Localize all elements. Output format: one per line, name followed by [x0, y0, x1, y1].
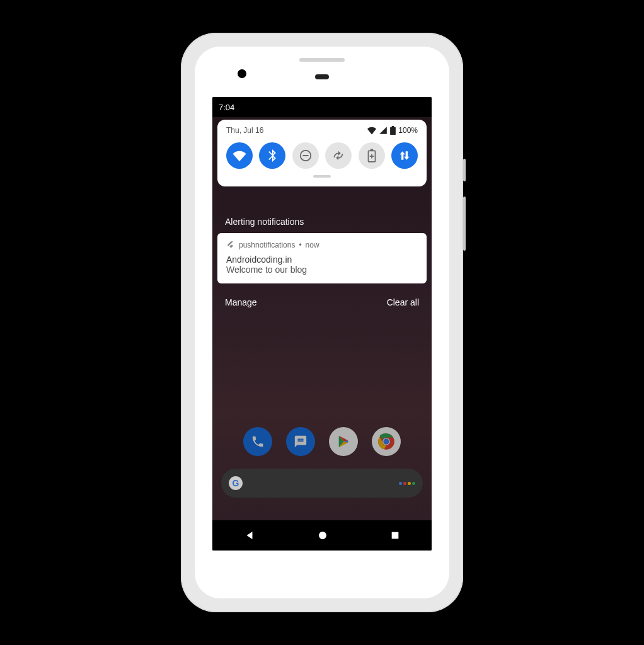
qs-toggle-rotate[interactable] [325, 142, 352, 169]
earpiece [315, 74, 329, 79]
speaker-grille [299, 58, 345, 62]
notification-header: pushnotifications • now [226, 241, 418, 249]
qs-toggle-data[interactable] [391, 142, 418, 169]
assistant-icon[interactable] [399, 482, 415, 485]
qs-toggle-battery-saver[interactable] [359, 142, 385, 169]
wifi-status-icon [367, 126, 376, 135]
google-search-bar[interactable]: G [221, 469, 423, 498]
navigation-bar [212, 520, 432, 551]
notification-section-label: Alerting notifications [225, 217, 304, 227]
qs-status-icons: 100% [367, 126, 418, 135]
dock-messages-app[interactable] [286, 427, 315, 456]
bullet-separator: • [299, 241, 301, 249]
chrome-icon [377, 433, 395, 450]
notification-title: Androidcoding.in [226, 254, 418, 265]
bluetooth-icon [266, 149, 279, 162]
battery-status-icon [390, 126, 396, 135]
device-bezel: 7:04 Thu, Jul 16 100% [195, 47, 449, 598]
dock-play-store-app[interactable] [329, 427, 358, 456]
svg-point-8 [383, 438, 389, 444]
clear-all-button[interactable]: Clear all [387, 297, 419, 307]
status-bar: 7:04 [212, 97, 432, 117]
google-logo-icon: G [229, 476, 243, 490]
status-time: 7:04 [219, 103, 234, 112]
manage-button[interactable]: Manage [225, 297, 257, 307]
battery-percent: 100% [398, 126, 418, 135]
phone-icon [251, 435, 265, 448]
nav-back-button[interactable] [244, 530, 255, 541]
app-dock [212, 427, 432, 456]
qs-toggle-wifi[interactable] [226, 142, 253, 169]
quick-settings-panel[interactable]: Thu, Jul 16 100% [217, 120, 427, 186]
wifi-icon [233, 149, 246, 163]
power-button[interactable] [463, 159, 466, 181]
notification-card[interactable]: pushnotifications • now Androidcoding.in… [217, 233, 427, 283]
notification-app-name: pushnotifications [239, 241, 295, 249]
device-frame: 7:04 Thu, Jul 16 100% [181, 33, 463, 612]
qs-date: Thu, Jul 16 [226, 126, 263, 135]
svg-rect-3 [370, 149, 372, 151]
nav-home-button[interactable] [318, 530, 328, 540]
notification-time: now [306, 241, 319, 249]
screen: 7:04 Thu, Jul 16 100% [212, 97, 432, 551]
nav-recent-button[interactable] [390, 530, 400, 540]
dock-phone-app[interactable] [243, 427, 272, 456]
signal-status-icon [379, 126, 388, 135]
svg-point-9 [319, 532, 326, 539]
qs-header: Thu, Jul 16 100% [226, 126, 418, 135]
front-camera [238, 69, 246, 78]
qs-toggle-bluetooth[interactable] [259, 142, 285, 169]
qs-toggles-row [226, 142, 418, 169]
rotate-icon [331, 149, 345, 163]
play-store-icon [336, 435, 350, 448]
volume-buttons[interactable] [463, 197, 466, 251]
messages-icon [294, 435, 308, 448]
dock-chrome-app[interactable] [372, 427, 401, 456]
notification-actions: Manage Clear all [225, 297, 419, 307]
dnd-icon [299, 149, 313, 163]
battery-saver-icon [367, 149, 376, 163]
qs-toggle-dnd[interactable] [292, 142, 319, 169]
qs-drag-handle[interactable] [313, 175, 331, 178]
notification-body: Welcome to our blog [226, 265, 418, 275]
data-icon [398, 149, 411, 162]
svg-rect-10 [392, 532, 399, 539]
flutter-icon [226, 241, 235, 249]
